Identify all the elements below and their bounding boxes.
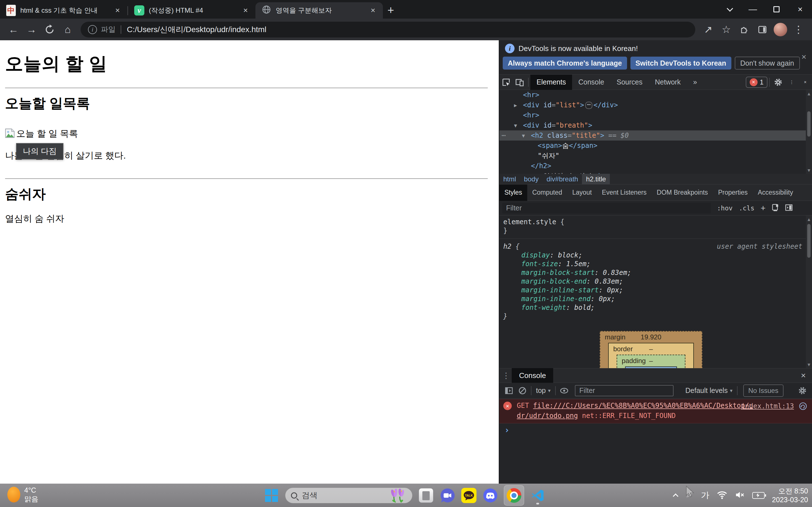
tab-console[interactable]: Console — [572, 75, 610, 90]
border-top-value[interactable]: – — [609, 345, 693, 353]
hidden-icons-chevron-icon[interactable] — [673, 493, 678, 499]
tab-close-icon[interactable]: × — [113, 6, 122, 15]
console-filter-input[interactable] — [575, 385, 673, 396]
switch-to-korean-button[interactable]: Switch DevTools to Korean — [630, 57, 731, 69]
console-close-icon[interactable]: × — [801, 371, 806, 380]
styles-filter-input[interactable] — [502, 203, 711, 214]
home-icon[interactable]: ⌂ — [59, 20, 77, 39]
match-language-button[interactable]: Always match Chrome's language — [503, 57, 627, 69]
file-explorer-app-icon[interactable] — [418, 488, 434, 503]
tab-close-icon[interactable]: × — [241, 6, 250, 15]
breadcrumb-div-breath[interactable]: div#breath — [543, 174, 582, 184]
toggle-class-editor[interactable]: .cls — [739, 205, 754, 212]
tab-dom-breakpoints[interactable]: DOM Breakpoints — [652, 184, 713, 201]
margin-top-value[interactable]: 19.920 — [600, 333, 702, 341]
device-toolbar-icon[interactable] — [513, 75, 526, 89]
address-bar[interactable]: i 파일 C:/Users/신애리/Desktop/udr/index.html — [81, 22, 695, 38]
url-text[interactable]: C:/Users/신애리/Desktop/udr/index.html — [127, 24, 266, 35]
error-count-badge[interactable]: × 1 — [746, 76, 767, 88]
wifi-icon[interactable] — [717, 490, 727, 501]
dom-node-p[interactable]: <p>열심히 숨 쉬자</p> — [499, 171, 812, 174]
taskbar-search[interactable]: 검색 — [285, 488, 412, 503]
dom-text-node[interactable]: "쉬자" — [499, 151, 812, 161]
dom-scrollbar[interactable]: ▲ ▼ — [806, 90, 812, 174]
dom-node-h2-close[interactable]: </h2> — [499, 161, 812, 171]
drawer-menu-kebab-icon[interactable]: ⋮ — [502, 371, 510, 380]
browser-menu-kebab-icon[interactable]: ⋮ — [790, 20, 808, 39]
dom-node-span[interactable]: <span>숨</span> — [499, 140, 812, 151]
vscode-app-icon[interactable] — [530, 488, 546, 503]
bookmark-star-icon[interactable]: ☆ — [717, 20, 735, 39]
side-panel-icon[interactable] — [753, 20, 771, 39]
breadcrumb-h2-title[interactable]: h2.title — [582, 174, 610, 184]
css-property[interactable]: display: block; — [499, 251, 812, 260]
taskbar-weather-widget[interactable]: 4°C 맑음 — [7, 486, 38, 503]
tab-html-css-guide[interactable]: 中 html & css 기초 학습 안내 × — [0, 2, 128, 18]
dom-node-div-breath[interactable]: ▼<div id="breath"> — [499, 120, 812, 130]
computed-sidebar-toggle-icon[interactable] — [784, 203, 793, 213]
request-initiator-icon[interactable] — [799, 402, 808, 412]
css-property[interactable]: margin-inline-start: 0px; — [499, 286, 812, 295]
css-property[interactable]: margin-inline-end: 0px; — [499, 295, 812, 303]
element-style-rule[interactable]: element.style { — [499, 218, 812, 226]
scrollbar-thumb[interactable] — [807, 224, 811, 258]
devtools-close-icon[interactable]: × — [799, 75, 812, 89]
new-style-rule-icon[interactable]: + — [761, 203, 766, 213]
reload-icon[interactable] — [41, 20, 59, 39]
tab-active-local-page[interactable]: 영역을 구분해보자 × — [255, 2, 383, 18]
clear-console-icon[interactable] — [516, 384, 529, 397]
inspect-element-icon[interactable] — [499, 75, 513, 89]
extensions-puzzle-icon[interactable] — [735, 20, 753, 39]
tab-network[interactable]: Network — [649, 75, 687, 90]
forward-icon[interactable]: → — [22, 20, 41, 39]
css-property[interactable]: font-size: 1.5em; — [499, 260, 812, 269]
console-drawer-tab[interactable]: Console — [512, 368, 553, 383]
tab-computed[interactable]: Computed — [527, 184, 567, 201]
infobar-close-icon[interactable]: × — [801, 52, 806, 62]
tab-close-icon[interactable]: × — [368, 6, 378, 15]
tab-layout[interactable]: Layout — [567, 184, 597, 201]
css-property[interactable]: margin-block-end: 0.83em; — [499, 277, 812, 286]
console-context-selector[interactable]: top▾ — [536, 386, 551, 395]
scroll-down-icon[interactable]: ▼ — [808, 361, 810, 368]
profile-avatar[interactable] — [774, 23, 787, 36]
no-issues-button[interactable]: No Issues — [743, 385, 783, 397]
ime-korean-indicator[interactable]: 가 — [701, 490, 709, 501]
node-menu-icon[interactable]: ⋯ — [502, 130, 506, 140]
breadcrumb-body[interactable]: body — [520, 174, 543, 184]
tab-elements[interactable]: Elements — [530, 75, 572, 90]
css-property[interactable]: font-weight: bold; — [499, 303, 812, 312]
tab-velog-draft[interactable]: v (작성중) HTML #4 × — [128, 2, 255, 18]
error-url-link[interactable]: file:///C:/Users/%EC%8B%A0%EC%95%A0%EB%A… — [533, 402, 753, 409]
tab-styles[interactable]: Styles — [499, 184, 527, 201]
box-model-border[interactable]: border– padding– — [608, 343, 694, 368]
tab-properties[interactable]: Properties — [713, 184, 753, 201]
site-info-icon[interactable]: i — [88, 25, 97, 34]
video-call-app-icon[interactable] — [440, 488, 455, 503]
live-expression-eye-icon[interactable] — [557, 384, 571, 397]
scroll-down-icon[interactable]: ▼ — [808, 166, 810, 174]
start-button[interactable] — [264, 488, 280, 503]
error-source-link[interactable]: index.html:13 — [741, 401, 794, 411]
dom-node-hr[interactable]: <hr> — [499, 90, 812, 100]
dom-node-hr[interactable]: <hr> — [499, 110, 812, 120]
new-tab-button[interactable]: + — [383, 2, 399, 18]
padding-top-value[interactable]: – — [617, 357, 685, 365]
back-icon[interactable]: ← — [4, 20, 22, 39]
discord-app-icon[interactable] — [483, 488, 498, 503]
console-sidebar-toggle-icon[interactable] — [502, 384, 516, 397]
box-model-padding[interactable]: padding– — [617, 355, 686, 368]
console-levels-dropdown[interactable]: Default levels▾ — [686, 386, 732, 395]
kakaotalk-app-icon[interactable]: TALK — [461, 488, 477, 503]
dom-node-div-list[interactable]: ▶<div id="list">⋯</div> — [499, 100, 812, 110]
seasonal-flowers-icon[interactable] — [390, 487, 407, 504]
maximize-button[interactable] — [765, 0, 788, 18]
devtools-menu-kebab-icon[interactable]: ⋮ — [785, 75, 799, 89]
minimize-button[interactable]: — — [741, 0, 765, 18]
box-model-margin[interactable]: margin19.920 border– padding– — [600, 331, 702, 368]
tab-search-icon[interactable] — [717, 0, 741, 18]
rendering-emulation-icon[interactable] — [771, 203, 779, 213]
collapsed-content-icon[interactable]: ⋯ — [585, 102, 592, 109]
dom-node-h2-selected[interactable]: ⋯ ▼<h2 class="title"> == $0 — [499, 130, 812, 140]
scroll-up-icon[interactable]: ▲ — [808, 216, 810, 223]
